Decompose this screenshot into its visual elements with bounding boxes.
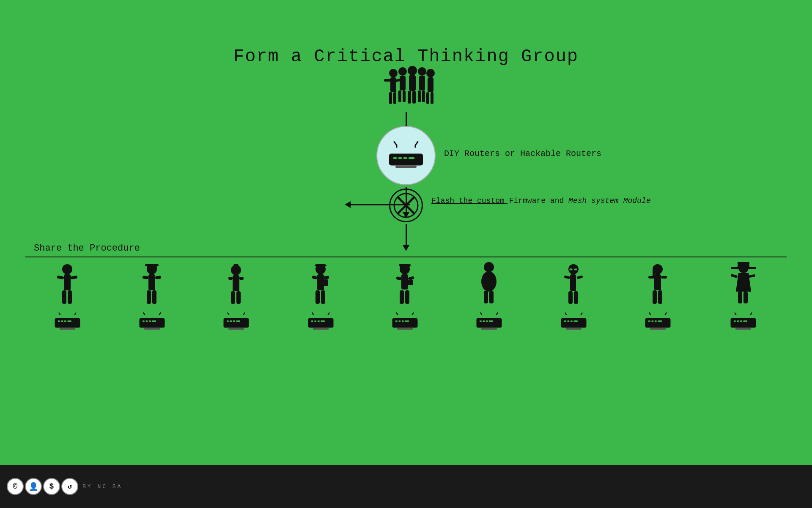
svg-rect-5 — [400, 76, 406, 90]
svg-rect-161 — [738, 292, 742, 303]
svg-rect-138 — [571, 320, 573, 322]
svg-rect-102 — [405, 290, 409, 304]
svg-line-22 — [394, 142, 397, 145]
svg-line-148 — [649, 313, 651, 315]
svg-rect-143 — [654, 274, 661, 290]
svg-rect-158 — [731, 267, 756, 269]
svg-line-117 — [480, 313, 482, 315]
svg-rect-137 — [567, 320, 569, 322]
svg-rect-119 — [477, 318, 502, 328]
svg-rect-122 — [486, 320, 488, 322]
svg-point-35 — [62, 264, 72, 274]
svg-rect-69 — [236, 291, 241, 304]
svg-rect-131 — [564, 276, 570, 279]
svg-rect-127 — [574, 268, 577, 270]
svg-rect-70 — [228, 277, 233, 280]
svg-rect-145 — [658, 290, 662, 304]
svg-rect-10 — [408, 91, 411, 104]
svg-rect-95 — [313, 328, 329, 330]
svg-rect-155 — [650, 328, 666, 330]
svg-rect-56 — [155, 276, 161, 279]
svg-rect-144 — [653, 290, 657, 304]
svg-point-12 — [418, 67, 426, 76]
svg-rect-120 — [480, 320, 482, 322]
svg-rect-83 — [323, 279, 328, 286]
svg-rect-87 — [324, 276, 329, 279]
svg-rect-129 — [568, 291, 573, 304]
svg-rect-93 — [318, 320, 320, 322]
svg-rect-68 — [231, 291, 235, 304]
list-item — [220, 264, 252, 333]
share-procedure-label: Share the Procedure — [34, 243, 140, 254]
svg-rect-139 — [573, 320, 577, 322]
svg-line-72 — [228, 313, 229, 315]
svg-point-8 — [408, 66, 417, 75]
svg-rect-63 — [152, 320, 156, 322]
svg-rect-48 — [60, 328, 76, 330]
svg-rect-11 — [412, 91, 416, 104]
svg-rect-17 — [428, 77, 433, 92]
svg-rect-64 — [144, 328, 160, 330]
svg-point-4 — [398, 67, 407, 76]
list-item — [52, 264, 83, 333]
bottom-people-row — [0, 262, 812, 341]
svg-line-118 — [497, 313, 498, 315]
svg-rect-46 — [64, 320, 66, 322]
svg-rect-90 — [308, 318, 333, 328]
cc-share-icon: ↺ — [61, 478, 78, 495]
svg-rect-108 — [395, 320, 398, 322]
svg-rect-124 — [481, 328, 497, 330]
svg-rect-136 — [564, 320, 566, 322]
svg-rect-110 — [402, 320, 404, 322]
svg-line-106 — [412, 313, 414, 315]
svg-rect-9 — [409, 75, 416, 91]
svg-rect-38 — [68, 290, 72, 304]
svg-rect-84 — [315, 290, 320, 304]
svg-rect-59 — [139, 318, 165, 328]
svg-rect-36 — [64, 274, 71, 290]
divider-line — [25, 257, 787, 257]
svg-line-57 — [143, 313, 145, 315]
svg-line-89 — [328, 313, 329, 315]
svg-rect-44 — [58, 320, 60, 322]
svg-rect-109 — [398, 320, 401, 322]
svg-rect-111 — [405, 320, 409, 322]
svg-rect-13 — [419, 76, 425, 90]
svg-rect-152 — [652, 320, 654, 322]
svg-rect-128 — [570, 274, 576, 291]
svg-line-73 — [243, 313, 245, 315]
svg-rect-167 — [731, 318, 756, 328]
svg-rect-74 — [224, 318, 249, 328]
svg-rect-121 — [483, 320, 485, 322]
svg-line-133 — [565, 313, 567, 315]
svg-rect-54 — [152, 290, 156, 304]
svg-rect-101 — [400, 290, 404, 304]
svg-rect-116 — [489, 291, 494, 303]
svg-line-42 — [75, 313, 77, 315]
svg-rect-132 — [576, 276, 583, 279]
svg-line-24 — [415, 142, 418, 145]
svg-rect-52 — [148, 274, 155, 290]
svg-rect-7 — [403, 90, 406, 102]
svg-rect-112 — [397, 328, 413, 330]
svg-rect-168 — [734, 320, 736, 322]
svg-rect-60 — [143, 320, 145, 322]
svg-line-88 — [312, 313, 313, 315]
svg-rect-19 — [431, 92, 433, 104]
svg-rect-92 — [314, 320, 316, 322]
svg-point-0 — [389, 69, 398, 77]
svg-rect-104 — [408, 276, 414, 280]
svg-rect-78 — [236, 320, 240, 322]
svg-line-41 — [59, 313, 60, 315]
svg-rect-27 — [393, 157, 397, 159]
list-item — [642, 264, 674, 333]
svg-rect-107 — [392, 318, 417, 328]
page-title: Form a Critical Thinking Group — [0, 46, 812, 67]
arrow-down-3 — [403, 224, 409, 251]
svg-line-134 — [581, 313, 582, 315]
svg-rect-53 — [147, 290, 151, 304]
svg-rect-151 — [648, 320, 650, 322]
svg-rect-164 — [748, 274, 755, 278]
svg-rect-76 — [230, 320, 232, 322]
svg-line-165 — [735, 313, 736, 315]
